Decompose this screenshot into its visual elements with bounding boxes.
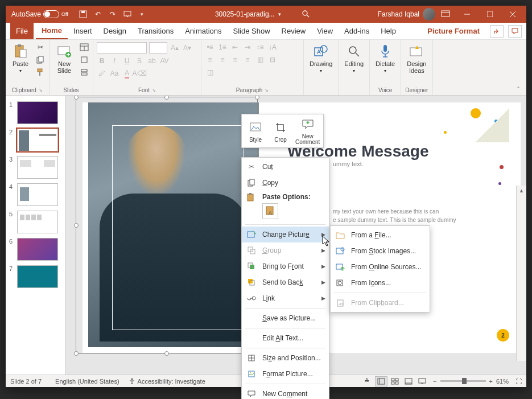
menu-cut[interactable]: ✂ Cut — [242, 159, 329, 175]
zoom-percent[interactable]: 61% — [496, 378, 509, 385]
font-face-combo[interactable] — [97, 42, 147, 54]
menu-format-picture[interactable]: Format Picture... — [242, 366, 329, 382]
tab-design[interactable]: Design — [98, 23, 132, 39]
vertical-scrollbar[interactable]: ▲ — [516, 186, 526, 361]
search-icon[interactable] — [302, 10, 310, 19]
language-button[interactable]: English (United States) — [55, 378, 119, 385]
normal-view-icon[interactable] — [375, 376, 387, 386]
shadow-button[interactable]: ab — [147, 56, 157, 66]
submenu-from-icons[interactable]: From Icons... — [331, 275, 430, 291]
menu-send-to-back[interactable]: Send to Back ▶ — [242, 274, 329, 290]
copy-icon[interactable] — [35, 55, 46, 65]
italic-button[interactable]: I — [109, 56, 119, 66]
columns-icon[interactable]: ▥ — [255, 55, 265, 65]
save-icon[interactable] — [79, 10, 88, 19]
tab-file[interactable]: File — [10, 23, 34, 39]
indent-dec-icon[interactable]: ⇤ — [230, 42, 240, 52]
section-icon[interactable] — [79, 67, 89, 77]
submenu-from-online[interactable]: From Online Sources... — [331, 259, 430, 275]
autosave-toggle[interactable]: AutoSave Off — [11, 10, 68, 18]
dictate-button[interactable]: Dictate ▾ — [373, 42, 397, 75]
tab-view[interactable]: View — [311, 23, 339, 39]
menu-change-picture[interactable]: Change Picture ▶ — [242, 227, 329, 242]
editing-button[interactable]: Editing ▾ — [342, 42, 366, 75]
tab-slideshow[interactable]: Slide Show — [227, 23, 275, 39]
bold-button[interactable]: B — [97, 56, 107, 66]
align-left-icon[interactable]: ≡ — [205, 55, 215, 65]
zoom-out-button[interactable]: − — [433, 378, 436, 385]
sorter-view-icon[interactable] — [389, 376, 401, 386]
line-spacing-icon[interactable]: ↕≡ — [255, 42, 265, 52]
paste-option-picture[interactable]: A — [262, 203, 278, 219]
tab-animations[interactable]: Animations — [179, 23, 227, 39]
start-show-icon[interactable] — [123, 10, 132, 19]
crop-button[interactable]: Crop — [268, 116, 293, 146]
document-title[interactable]: 30025-01-paradig... — [215, 10, 275, 18]
menu-new-comment[interactable]: New Comment — [242, 386, 329, 399]
ribbon-display-icon[interactable] — [441, 10, 450, 19]
collapse-ribbon-icon[interactable]: ˆ — [510, 40, 526, 95]
menu-bring-to-front[interactable]: Bring to Front ▶ — [242, 258, 329, 274]
dialog-launcher-icon[interactable]: ↘ — [265, 88, 269, 93]
clear-format-icon[interactable]: A⌫ — [134, 68, 145, 79]
dialog-launcher-icon[interactable]: ↘ — [39, 88, 43, 93]
menu-size-position[interactable]: Size and Position... — [242, 350, 329, 366]
thumb-6[interactable]: 6 — [6, 236, 65, 263]
cut-icon[interactable]: ✂ — [35, 42, 46, 52]
new-comment-button[interactable]: New Comment — [293, 116, 322, 146]
highlight-icon[interactable]: 🖊 — [97, 68, 107, 79]
thumb-7[interactable]: 7 — [6, 263, 65, 290]
tab-transitions[interactable]: Transitions — [132, 23, 179, 39]
bullets-icon[interactable]: •≡ — [205, 42, 215, 52]
increase-font-icon[interactable]: A▴ — [170, 43, 180, 53]
menu-edit-alt-text[interactable]: Edit Alt Text... — [242, 330, 329, 346]
reading-view-icon[interactable] — [402, 376, 415, 386]
slide-subtitle[interactable]: ummy text. — [333, 161, 364, 167]
thumbnail-panel[interactable]: 1 2 3 4 5 6 7 — [6, 96, 65, 375]
tab-addins[interactable]: Add-ins — [339, 23, 375, 39]
align-center-icon[interactable]: ≡ — [217, 55, 228, 65]
scroll-up-icon[interactable]: ▲ — [517, 186, 526, 196]
menu-copy[interactable]: Copy — [242, 175, 329, 191]
comments-button[interactable] — [508, 25, 522, 38]
slide-counter[interactable]: Slide 2 of 7 — [10, 378, 42, 385]
qat-customize-icon[interactable]: ▾ — [138, 10, 147, 19]
maximize-button[interactable] — [479, 6, 501, 23]
smartart-icon[interactable]: ◫ — [205, 67, 215, 77]
design-ideas-button[interactable]: Design Ideas — [405, 42, 428, 75]
title-dropdown-icon[interactable]: ▾ — [278, 11, 281, 17]
format-painter-icon[interactable] — [35, 67, 46, 77]
menu-save-as-picture[interactable]: Save as Picture... — [242, 310, 329, 326]
account-button[interactable]: Farshad Iqbal — [378, 8, 435, 20]
reset-icon[interactable] — [79, 55, 89, 65]
minimize-button[interactable] — [456, 6, 479, 23]
submenu-from-file[interactable]: From a File... — [331, 227, 430, 243]
share-button[interactable] — [490, 25, 504, 38]
font-color-icon[interactable]: A — [122, 68, 132, 79]
dialog-launcher-icon[interactable]: ↘ — [152, 88, 156, 93]
thumb-3[interactable]: 3 — [6, 154, 65, 181]
new-slide-button[interactable]: New Slide — [53, 42, 76, 75]
undo-icon[interactable]: ↶ — [93, 10, 102, 19]
fit-window-icon[interactable]: ⛶ — [515, 378, 522, 385]
zoom-slider[interactable] — [440, 380, 486, 382]
align-right-icon[interactable]: ≡ — [230, 55, 240, 65]
decrease-font-icon[interactable]: A▾ — [182, 43, 192, 53]
text-direction-icon[interactable]: ↓A — [267, 42, 278, 52]
tab-picture-format[interactable]: Picture Format — [422, 23, 485, 39]
change-case-button[interactable]: Aa — [109, 68, 119, 79]
notes-button[interactable]: ≙ — [364, 377, 369, 385]
tab-help[interactable]: Help — [375, 23, 402, 39]
spacing-button[interactable]: AV — [159, 56, 170, 66]
accessibility-button[interactable]: Accessibility: Investigate — [129, 378, 205, 385]
thumb-2[interactable]: 2 — [6, 126, 65, 154]
redo-icon[interactable]: ↷ — [108, 10, 117, 19]
submenu-from-stock[interactable]: From Stock Images... — [331, 243, 430, 259]
underline-button[interactable]: U — [122, 56, 132, 66]
style-button[interactable]: Style — [243, 116, 268, 146]
slideshow-view-icon[interactable] — [416, 376, 428, 386]
tab-insert[interactable]: Insert — [68, 23, 98, 39]
align-text-icon[interactable]: ⊟ — [267, 55, 278, 65]
thumb-5[interactable]: 5 — [6, 208, 65, 236]
thumb-1[interactable]: 1 — [6, 99, 65, 126]
